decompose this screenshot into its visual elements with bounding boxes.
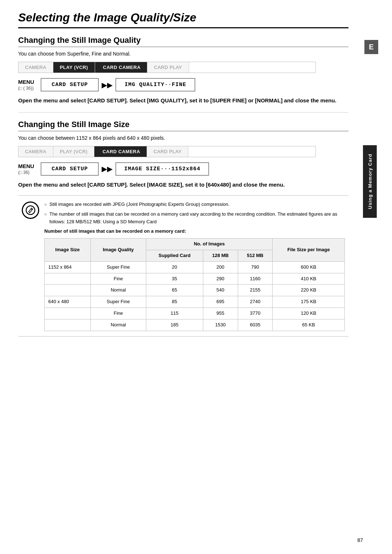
td-supplied-card: 35	[146, 273, 203, 285]
menu-page-1: (□ ( 36))	[18, 86, 34, 91]
mode-card-play-2: CARD PLAY	[147, 146, 188, 157]
mode-bar-2: CAMERA PLAY (VCR) CARD CAMERA CARD PLAY	[18, 146, 316, 157]
table-row: Normal1851530603565 KB	[45, 319, 345, 331]
th-128mb: 128 MB	[203, 250, 238, 261]
pencil-icon	[25, 205, 36, 215]
td-image-size	[45, 285, 91, 296]
td-512mb: 1160	[238, 273, 273, 285]
td-file-size: 65 KB	[273, 319, 345, 331]
td-image-size: 640 x 480	[45, 296, 91, 308]
td-128mb: 200	[203, 261, 238, 273]
td-512mb: 3770	[238, 307, 273, 319]
svg-line-1	[31, 209, 32, 210]
td-file-size: 410 KB	[273, 273, 345, 285]
note-2: The number of still images that can be r…	[44, 211, 345, 226]
td-supplied-card: 20	[146, 261, 203, 273]
mode-card-camera-2: CARD CAMERA	[96, 146, 147, 157]
mode-card-camera-1: CARD CAMERA	[97, 62, 148, 73]
page-title: Selecting the Image Quality/Size	[18, 11, 348, 28]
menu-box-card-setup-2: CARD SETUP	[41, 162, 99, 176]
menu-label-1: MENU	[18, 79, 34, 85]
notes-text: Still images are recorded with JPEG (Joi…	[44, 201, 345, 331]
menu-box-img-quality: IMG QUALITY··FINE	[115, 78, 195, 91]
td-512mb: 790	[238, 261, 273, 273]
td-image-quality: Normal	[90, 319, 146, 331]
menu-label-block-1: MENU (□ ( 36))	[18, 79, 34, 91]
table-row: Fine352901160410 KB	[45, 273, 345, 285]
td-512mb: 2740	[238, 296, 273, 308]
note-3-bold: Number of still images that can be recor…	[44, 228, 345, 235]
menu-row-2: MENU (□ 36) CARD SETUP ▶▶ IMAGE SIZE···1…	[18, 162, 348, 176]
menu-box-image-size: IMAGE SIZE···1152x864	[115, 162, 209, 176]
td-image-quality: Fine	[90, 307, 146, 319]
mode-camera-2: CAMERA	[19, 146, 53, 157]
td-image-size	[45, 319, 91, 331]
notes-section: Still images are recorded with JPEG (Joi…	[18, 195, 348, 337]
mode-card-play-1: CARD PLAY	[147, 62, 189, 73]
table-row: 640 x 480Super Fine856952740175 KB	[45, 296, 345, 308]
main-content: Selecting the Image Quality/Size Changin…	[0, 0, 363, 554]
th-512mb: 512 MB	[238, 250, 273, 261]
td-file-size: 600 KB	[273, 261, 345, 273]
td-supplied-card: 115	[146, 307, 203, 319]
section1-desc: You can choose from Superfine, Fine and …	[18, 51, 348, 57]
side-tab: Using a Memory Card	[363, 145, 377, 218]
td-image-quality: Fine	[90, 273, 146, 285]
td-image-size: 1152 x 864	[45, 261, 91, 273]
td-128mb: 955	[203, 307, 238, 319]
menu-box-card-setup-1: CARD SETUP	[41, 78, 99, 91]
mode-play-vcr-1: PLAY (VCR)	[53, 62, 95, 73]
book-icon: □	[20, 86, 22, 90]
mode-camera-1: CAMERA	[19, 62, 53, 73]
section1-instruction: Open the menu and select [CARD SETUP]. S…	[18, 97, 348, 105]
td-image-size	[45, 307, 91, 319]
menu-page-2: (□ 36)	[18, 170, 34, 175]
td-image-quality: Super Fine	[90, 296, 146, 308]
td-128mb: 540	[203, 285, 238, 296]
th-file-size: File Size per Image	[273, 239, 345, 262]
note-icon	[22, 201, 39, 219]
menu-row-1: MENU (□ ( 36)) CARD SETUP ▶▶ IMG QUALITY…	[18, 78, 348, 91]
table-row: 1152 x 864Super Fine20200790600 KB	[45, 261, 345, 273]
td-supplied-card: 65	[146, 285, 203, 296]
td-image-quality: Super Fine	[90, 261, 146, 273]
td-image-size	[45, 273, 91, 285]
td-supplied-card: 185	[146, 319, 203, 331]
table-row: Fine1159553770120 KB	[45, 307, 345, 319]
th-no-of-images: No. of Images	[146, 239, 273, 250]
mode-bar-1: CAMERA PLAY (VCR) CARD CAMERA CARD PLAY	[18, 62, 316, 73]
td-512mb: 6035	[238, 319, 273, 331]
svg-point-0	[26, 206, 35, 215]
td-image-quality: Normal	[90, 285, 146, 296]
note-1: Still images are recorded with JPEG (Joi…	[44, 201, 345, 208]
td-supplied-card: 85	[146, 296, 203, 308]
letter-e-tab: E	[364, 40, 378, 54]
menu-arrow-2: ▶▶	[102, 164, 113, 173]
section2-desc: You can choose between 1152 x 864 pixels…	[18, 135, 348, 141]
td-file-size: 120 KB	[273, 307, 345, 319]
td-128mb: 290	[203, 273, 238, 285]
td-128mb: 695	[203, 296, 238, 308]
menu-arrow-1: ▶▶	[102, 81, 113, 89]
mode-play-vcr-2: PLAY (VCR)	[53, 146, 95, 157]
td-128mb: 1530	[203, 319, 238, 331]
table-row: Normal655402155220 KB	[45, 285, 345, 296]
td-file-size: 175 KB	[273, 296, 345, 308]
menu-label-2: MENU	[18, 163, 34, 169]
book-icon-2: □	[20, 170, 22, 175]
page-number: 87	[357, 537, 363, 543]
section2-header: Changing the Still Image Size	[18, 120, 348, 131]
td-file-size: 220 KB	[273, 285, 345, 296]
section-break-1	[18, 112, 348, 113]
section2-instruction: Open the menu and select [CARD SETUP]. S…	[18, 181, 348, 189]
th-image-quality: Image Quality	[90, 239, 146, 262]
page-wrapper: Selecting the Image Quality/Size Changin…	[0, 0, 392, 554]
td-512mb: 2155	[238, 285, 273, 296]
th-image-size: Image Size	[45, 239, 91, 262]
data-table: Image Size Image Quality No. of Images F…	[44, 238, 345, 331]
menu-label-block-2: MENU (□ 36)	[18, 163, 34, 175]
section1-header: Changing the Still Image Quality	[18, 36, 348, 47]
th-supplied-card: Supplied Card	[146, 250, 203, 261]
